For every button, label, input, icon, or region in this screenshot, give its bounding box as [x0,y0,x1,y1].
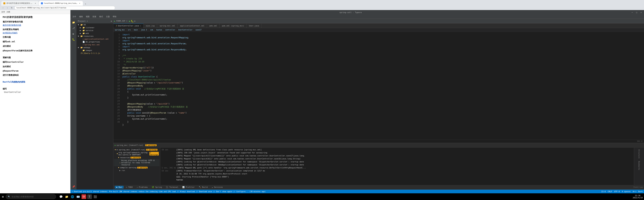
tree-db-props[interactable]: 📄 db.properties [76,40,113,43]
code-content[interactable]: import org.springframework.web.bind.anno… [121,32,644,140]
tab-close-user-controller[interactable]: ✕ [140,25,141,27]
debug-icon[interactable]: 🐛 [71,37,76,42]
doc-link-1[interactable]: 遍历对请求参数的问题 [3,24,68,26]
debug-action[interactable]: 🐛 [131,20,134,22]
tab-pom-xml[interactable]: pom.xml (spring_mvc) [220,24,246,28]
run-warnings-badge[interactable]: 2 warnings [145,144,157,146]
tree-spring-mvc-xml[interactable]: ✦ spring-mvc.xml [76,43,113,46]
tab-profiler[interactable]: 📊 Profiler [180,186,196,189]
menu-edit[interactable]: 编辑 [78,15,84,18]
menu-file[interactable]: 文件 [71,15,78,18]
browser-tab-bar: 高马程序员最全SSM框架新实... ✕ localhost:8080/sprin… [0,0,644,6]
bc-src[interactable]: src [128,29,131,31]
bc-spring-mvc[interactable]: spring_mvc [115,29,125,31]
tab-user-java[interactable]: User.java [247,24,262,28]
run-icon[interactable]: ▶ [71,31,76,36]
taskbar-icon-app1[interactable]: T [87,194,92,199]
taskbar-icon-mail[interactable]: 📧 [76,194,80,199]
ide-maximize[interactable]: □ [635,11,638,13]
taskbar-icon-explorer[interactable]: 📁 [64,194,69,199]
tab-app-ctx[interactable]: applicationContext.xml [178,24,207,28]
menu-format[interactable]: 格式 [98,15,104,18]
bc-com[interactable]: com [150,29,153,31]
warnings-item-3[interactable]: ▼ resources 1 warning [114,156,160,159]
browser-tab-2[interactable]: localhost:8080/spring_mvc/user... ✕ [39,1,83,6]
taskbar-icon-browser[interactable]: 🌐 [70,194,75,199]
status-spaces[interactable]: 4 spaces [622,191,630,193]
tab-ajax[interactable]: ajax.jsp [144,24,157,28]
bc-main[interactable]: main [134,29,138,31]
log-3: [INFO] Mapped "{[/user/quick17/{username… [162,154,632,157]
menu-view[interactable]: 视图 [84,15,91,18]
taskbar-icon-chat[interactable]: 💬 [59,194,64,199]
doc-section-5: 成功测试 [3,45,68,48]
tree-images[interactable]: 📁 images [76,49,113,52]
new-tab-button[interactable]: + [84,2,87,6]
doc-section-3: 注释问题 [3,36,68,39]
taskbar-icon-intellij[interactable]: IJ [82,194,86,199]
bc-java[interactable]: java 3 [141,29,147,31]
tab-todo[interactable]: ☑ TODO [124,186,134,189]
tab-spring[interactable]: 🌿 Spring [150,186,164,189]
tree-vo[interactable]: ▼ 📂 VO [76,23,113,26]
windows-start[interactable]: ⊞ [1,195,4,199]
event-log-label[interactable]: Event Log [634,186,643,188]
tree-app-ctx-xml[interactable]: ✦ applicationContext.xml [76,38,113,40]
status-branch[interactable]: Arc: Dark [632,191,643,193]
bc-controller[interactable]: controller [165,29,175,31]
bc-user-controller[interactable]: UserController [178,29,192,31]
tab-spring-mvc[interactable]: spring-mvc.xml [157,24,178,28]
tab-user-controller[interactable]: J UserController.java ✕ [113,24,144,28]
warnings-item-2[interactable]: ▼ org.springframework.spring-mvc:warn1.0… [114,151,160,156]
tab-web-xml[interactable]: web.xml [207,24,220,28]
taskbar-search[interactable]: 🔍 在这里输入你要搜索的内容 [6,194,56,199]
tab-run[interactable]: ▶ Run [115,186,124,189]
tree-listener[interactable]: ▶ 📁 listener [76,26,113,29]
warnings-item-1[interactable]: ▼ ⚙ spring_mvc [tomcat7:run] 2 warnings [114,148,160,151]
menu-help[interactable]: 帮助 [111,15,118,18]
tab-close-1[interactable]: ✕ [34,2,36,4]
bc-taotao[interactable]: taotao [156,29,162,31]
tab-problems[interactable]: ⚠ Problems [135,186,150,189]
git-icon[interactable]: ⎇ [71,26,76,30]
project-icon[interactable]: 📁 [71,20,76,25]
bookmarks-icon[interactable]: 📌 [71,184,76,189]
back-button[interactable]: ‹ [1,6,5,9]
doc-section-12: Restful风格数的的获取 [3,81,68,84]
tree-service[interactable]: ▶ 📁 service [76,29,113,32]
form-jsp-label: FORM.JSP ▾ [116,20,127,22]
tab-label-user-java: User.java [249,25,259,27]
log-5: [INFO] Looking for @ControllerAdvice: We… [162,160,632,163]
reload-button[interactable]: ↻ [10,6,14,9]
ide-close[interactable]: ✕ [640,11,643,13]
ide-minimize[interactable]: ─ [630,11,634,13]
tab-services[interactable]: ☁ Services [210,186,224,189]
warnings-item-6[interactable]: ▶ run [114,169,160,172]
menu-paragraph[interactable]: 段落 [91,15,98,18]
taskbar-icon-app2[interactable]: ⬛ [93,194,98,199]
forward-button[interactable]: › [6,6,9,9]
tree-jquery[interactable]: JS jQuery-3.1.1.js [76,52,113,55]
tab-close-2[interactable]: ✕ [78,2,81,4]
browser-tab-1[interactable]: 高马程序员最全SSM框架新实... ✕ [1,1,38,6]
status-crlf[interactable]: CRLF [608,191,612,193]
tab-terminal[interactable]: ⬛ Terminal [164,186,180,189]
warnings-item-5[interactable]: ▼ compile warning 1 warning [114,166,160,169]
doc-link-2[interactable]: 如何配置全局编码 [3,32,68,34]
tree-webapp[interactable]: ▼ 📂 webapp [76,46,113,49]
tree-web[interactable]: ▶ 📁 web [76,32,113,35]
project-settings[interactable]: ⚙ [111,20,112,22]
tab-build[interactable]: 🔨 Build [197,186,210,189]
bc-save17[interactable]: save17 [196,29,202,31]
tree-resources[interactable]: ▼ 📂 resources [76,35,113,38]
run-action[interactable]: ▶ [129,20,130,22]
url-box[interactable]: localhost:8080/spring_mvc/user/quick17/t… [14,6,115,10]
rp-bookmarks[interactable]: Bookmarks [638,160,641,171]
status-encoding[interactable]: UTF-8 [614,191,620,193]
status-message[interactable]: ⬇ Download pre-built shared indexes: Pre… [72,191,266,193]
menu-theme[interactable]: 主题 [105,15,111,18]
warnings-item-4[interactable]: ⚠ Using platform encoding (UTF-8 actuall… [114,159,160,166]
settings-action[interactable]: ⚙ [134,20,135,22]
structure-icon[interactable] [71,179,76,183]
rp-structure[interactable]: Structure [638,148,641,159]
